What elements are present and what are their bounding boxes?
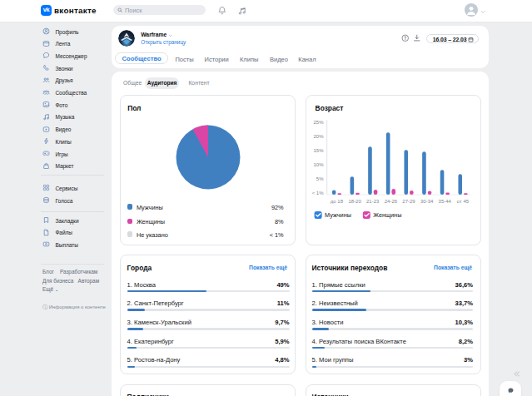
svg-text:30-34: 30-34 (420, 199, 434, 204)
svg-text:20%: 20% (313, 134, 324, 139)
svg-text:до 18: до 18 (330, 199, 343, 204)
svg-text:25%: 25% (313, 120, 324, 125)
svg-text:27-29: 27-29 (402, 199, 415, 204)
svg-text:5%: 5% (316, 176, 323, 181)
svg-text:18-20: 18-20 (348, 199, 361, 204)
svg-text:Мужчины: Мужчины (325, 211, 351, 219)
svg-text:35-44: 35-44 (438, 199, 451, 204)
svg-text:от 45: от 45 (456, 199, 469, 204)
svg-text:24-26: 24-26 (384, 199, 397, 204)
svg-text:21-23: 21-23 (366, 199, 380, 204)
svg-text:Женщины: Женщины (373, 211, 401, 219)
svg-text:10%: 10% (313, 162, 324, 167)
svg-text:15%: 15% (313, 148, 324, 153)
svg-text:< 1%: < 1% (311, 191, 324, 196)
